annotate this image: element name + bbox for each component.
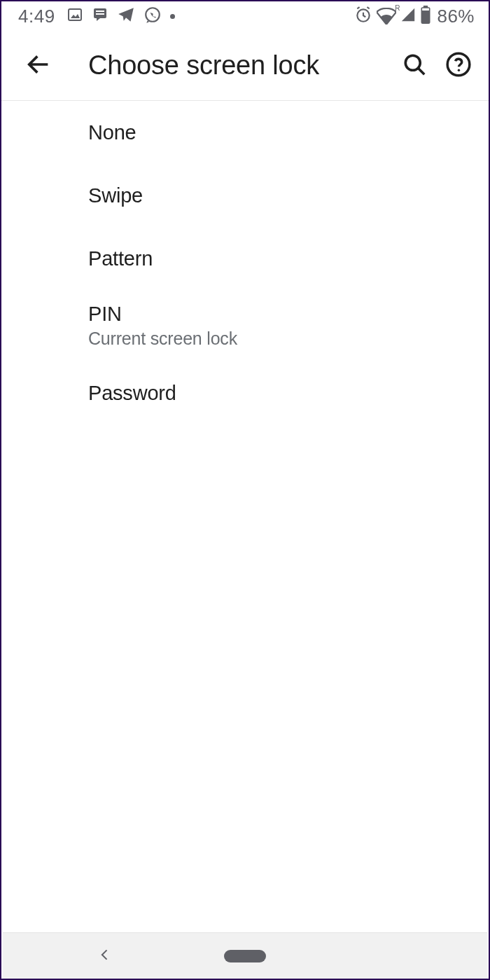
svg-rect-2 — [96, 11, 104, 12]
svg-rect-0 — [69, 9, 81, 20]
lock-option-none[interactable]: None — [1, 101, 489, 164]
back-button[interactable] — [18, 50, 59, 81]
overflow-dot-icon — [170, 14, 175, 19]
app-header: Choose screen lock — [1, 31, 489, 101]
lock-options-list: None Swipe Pattern PIN Current screen lo… — [1, 101, 489, 425]
system-nav-bar — [3, 932, 487, 979]
header-actions — [402, 51, 472, 81]
battery-icon — [420, 6, 431, 27]
chevron-left-icon — [98, 954, 112, 966]
svg-rect-7 — [424, 6, 428, 8]
wifi-icon: R — [377, 8, 396, 25]
status-right: R 86% — [354, 6, 475, 27]
lock-option-sub: Current screen lock — [88, 329, 472, 349]
photos-icon — [66, 6, 83, 26]
svg-rect-8 — [423, 8, 430, 11]
svg-point-10 — [447, 53, 470, 76]
lock-option-label: Password — [88, 382, 472, 405]
lock-option-label: Swipe — [88, 184, 472, 207]
status-left: 4:49 — [18, 6, 175, 27]
wifi-roaming-badge: R — [395, 4, 400, 12]
nav-back-button[interactable] — [28, 946, 112, 967]
page-title: Choose screen lock — [88, 50, 395, 81]
arrow-left-icon — [24, 50, 52, 81]
whatsapp-icon — [144, 6, 162, 27]
lock-option-password[interactable]: Password — [1, 361, 489, 425]
search-button[interactable] — [402, 52, 427, 80]
status-bar: 4:49 R 86% — [1, 1, 489, 31]
message-icon — [92, 6, 108, 26]
lock-option-swipe[interactable]: Swipe — [1, 164, 489, 227]
lock-option-pattern[interactable]: Pattern — [1, 227, 489, 290]
lock-option-label: Pattern — [88, 247, 472, 270]
alarm-icon — [354, 6, 372, 27]
help-button[interactable] — [445, 51, 472, 81]
telegram-icon — [117, 6, 135, 27]
clock: 4:49 — [18, 6, 55, 27]
lock-option-pin[interactable]: PIN Current screen lock — [1, 290, 489, 361]
help-icon — [445, 51, 472, 81]
svg-point-11 — [458, 69, 460, 71]
search-icon — [402, 52, 427, 80]
svg-point-9 — [405, 55, 420, 70]
svg-rect-3 — [96, 13, 104, 15]
lock-option-label: PIN — [88, 303, 472, 326]
cellular-signal-icon — [400, 7, 416, 25]
battery-percent: 86% — [437, 6, 475, 27]
nav-home-pill[interactable] — [224, 950, 266, 962]
lock-option-label: None — [88, 121, 472, 144]
